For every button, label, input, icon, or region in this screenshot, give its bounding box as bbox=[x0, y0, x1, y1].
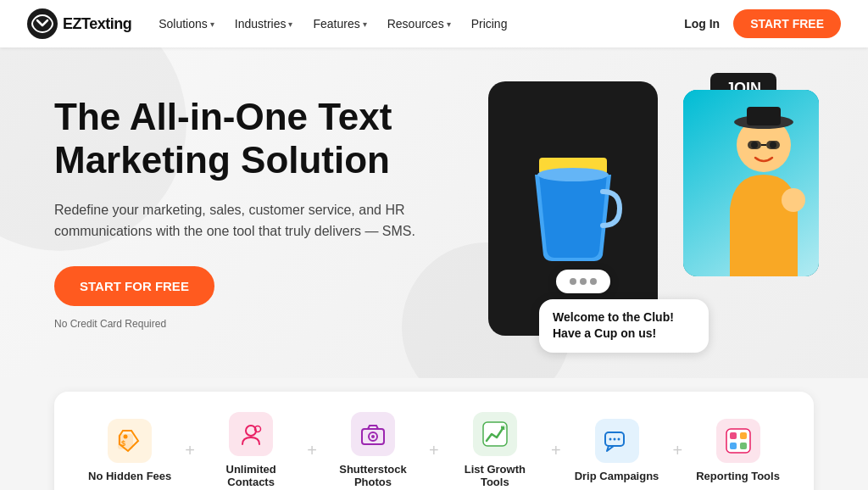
feature-reporting-tools: Reporting Tools bbox=[696, 419, 780, 482]
separator-3: + bbox=[429, 441, 439, 460]
nav-features[interactable]: Features ▾ bbox=[313, 17, 366, 31]
list-growth-tools-label: List Growth Tools bbox=[453, 463, 537, 488]
logo-text: EZTexting bbox=[63, 15, 131, 33]
login-link[interactable]: Log In bbox=[684, 17, 720, 31]
contacts-icon bbox=[237, 420, 264, 448]
drip-campaigns-icon-wrap bbox=[595, 419, 639, 463]
dot-1 bbox=[570, 278, 576, 285]
navbar: EZTexting Solutions ▾ Industries ▾ Featu… bbox=[0, 0, 868, 47]
message-bubble: Welcome to the Club! Have a Cup on us! bbox=[539, 299, 709, 353]
separator-4: + bbox=[551, 441, 561, 460]
chevron-down-icon: ▾ bbox=[447, 19, 451, 29]
phone-card-dark bbox=[488, 81, 658, 336]
hero-section: The All-in-One Text Marketing Solution R… bbox=[0, 47, 868, 378]
separator-5: + bbox=[672, 441, 682, 460]
hero-illustration: JOIN bbox=[471, 56, 827, 378]
reporting-tools-icon-wrap bbox=[716, 419, 760, 463]
svg-rect-31 bbox=[730, 432, 737, 439]
nav-resources[interactable]: Resources ▾ bbox=[387, 17, 451, 31]
growth-tools-icon-wrap bbox=[473, 412, 517, 456]
svg-rect-32 bbox=[740, 432, 747, 439]
svg-point-26 bbox=[609, 437, 611, 440]
no-hidden-fees-icon-wrap: $ bbox=[108, 419, 152, 463]
svg-point-28 bbox=[617, 437, 620, 440]
feature-no-hidden-fees: $ No Hidden Fees bbox=[88, 419, 171, 482]
svg-point-21 bbox=[371, 435, 375, 438]
svg-rect-33 bbox=[730, 443, 737, 449]
reporting-tools-label: Reporting Tools bbox=[696, 470, 780, 482]
svg-text:$: $ bbox=[121, 439, 125, 448]
reporting-icon bbox=[725, 427, 752, 454]
dot-3 bbox=[590, 278, 597, 285]
svg-rect-7 bbox=[747, 107, 781, 125]
feature-list-growth-tools: List Growth Tools bbox=[453, 412, 537, 488]
svg-rect-10 bbox=[748, 141, 761, 149]
nav-industries[interactable]: Industries ▾ bbox=[235, 17, 293, 31]
nav-pricing[interactable]: Pricing bbox=[471, 17, 508, 31]
svg-point-13 bbox=[782, 188, 805, 212]
growth-chart-icon bbox=[481, 420, 509, 448]
no-hidden-fees-label: No Hidden Fees bbox=[88, 470, 171, 482]
logo[interactable]: EZTexting bbox=[27, 8, 131, 39]
separator-2: + bbox=[307, 441, 317, 460]
feature-shutterstock-photos: Shutterstock Photos bbox=[331, 412, 415, 488]
svg-point-2 bbox=[537, 168, 609, 181]
separator-1: + bbox=[185, 441, 195, 460]
hero-cta-button[interactable]: START FOR FREE bbox=[54, 266, 214, 306]
drip-campaigns-label: Drip Campaigns bbox=[575, 470, 659, 482]
feature-unlimited-contacts: Unlimited Contacts bbox=[209, 412, 293, 488]
shutterstock-icon-wrap bbox=[351, 412, 395, 456]
unlimited-contacts-icon-wrap bbox=[229, 412, 273, 456]
features-bar: $ No Hidden Fees + Unlimited Contacts + bbox=[54, 392, 814, 490]
chevron-down-icon: ▾ bbox=[210, 19, 214, 29]
nav-links: Solutions ▾ Industries ▾ Features ▾ Reso… bbox=[159, 17, 684, 31]
feature-drip-campaigns: Drip Campaigns bbox=[575, 419, 659, 482]
unlimited-contacts-label: Unlimited Contacts bbox=[209, 463, 293, 488]
svg-point-15 bbox=[124, 434, 128, 438]
photo-card bbox=[683, 90, 819, 276]
svg-rect-11 bbox=[766, 141, 780, 149]
nav-right: Log In START FREE bbox=[684, 9, 841, 38]
camera-icon bbox=[359, 420, 387, 448]
svg-rect-29 bbox=[726, 429, 750, 453]
svg-point-27 bbox=[613, 437, 615, 440]
chevron-down-icon: ▾ bbox=[363, 19, 367, 29]
chevron-down-icon: ▾ bbox=[288, 19, 292, 29]
shutterstock-photos-label: Shutterstock Photos bbox=[331, 463, 415, 488]
dot-2 bbox=[580, 278, 587, 285]
person-illustration bbox=[683, 90, 819, 276]
svg-rect-34 bbox=[740, 443, 747, 449]
tag-icon: $ bbox=[116, 427, 143, 454]
nav-solutions[interactable]: Solutions ▾ bbox=[159, 17, 214, 31]
typing-indicator bbox=[556, 270, 610, 293]
svg-point-17 bbox=[246, 426, 256, 436]
coffee-cup-illustration bbox=[522, 149, 624, 268]
chat-bubbles-icon bbox=[604, 427, 631, 454]
nav-start-free-button[interactable]: START FREE bbox=[733, 9, 841, 38]
